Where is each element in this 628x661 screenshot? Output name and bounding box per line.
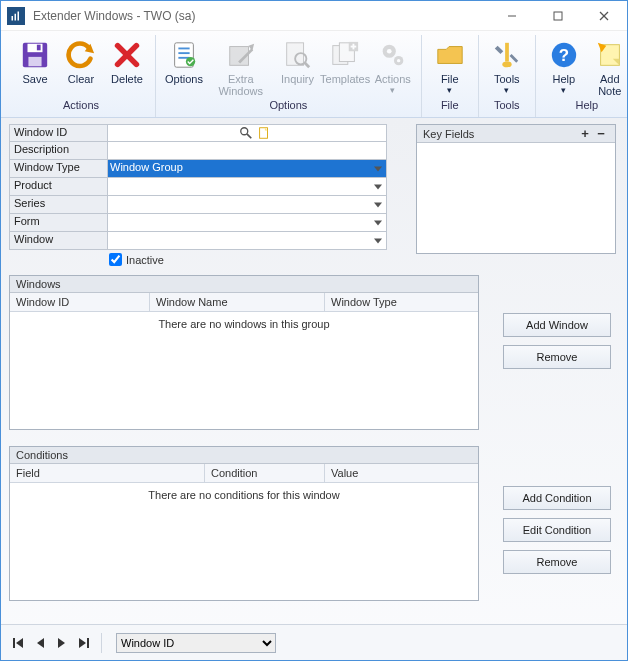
inquiry-label: Inquiry [281,71,314,97]
save-button[interactable]: Save [13,35,57,97]
windows-header: Windows [10,276,478,293]
label-window-id: Window ID [9,124,107,142]
ribbon: Save Clear Delete Actions [1,31,627,118]
tools-icon [491,39,523,71]
options-icon [168,39,200,71]
undo-arrow-icon [65,39,97,71]
actions-label: Actions▾ [375,71,411,97]
svg-rect-10 [37,45,41,51]
svg-marker-48 [58,638,65,648]
label-window-type: Window Type [9,160,107,178]
delete-button[interactable]: Delete [105,35,149,97]
nav-first-button[interactable] [9,634,27,652]
close-button[interactable] [581,1,627,31]
windows-title: Windows [16,278,61,290]
svg-rect-35 [509,54,518,63]
product-combo[interactable] [107,178,387,196]
key-fields-panel: Key Fields + − [416,124,616,254]
add-note-button[interactable]: Add Note [588,35,628,97]
title-bar: Extender Windows - TWO (sa) [1,1,627,31]
svg-rect-33 [505,43,509,62]
windows-col-name[interactable]: Window Name [150,293,325,311]
file-label: File▾ [441,71,459,97]
key-fields-add-icon[interactable]: + [577,127,593,140]
svg-rect-0 [12,16,14,21]
label-description: Description [9,142,107,160]
remove-condition-button[interactable]: Remove [503,550,611,574]
nav-next-button[interactable] [53,634,71,652]
conditions-col-field[interactable]: Field [10,464,205,482]
folder-icon [434,39,466,71]
windows-col-id[interactable]: Window ID [10,293,150,311]
extra-windows-label: Extra Windows [212,71,269,97]
delete-x-icon [111,39,143,71]
label-form: Form [9,214,107,232]
templates-icon [329,39,361,71]
label-product: Product [9,178,107,196]
templates-button[interactable]: Templates [321,35,368,97]
gears-icon [377,39,409,71]
minimize-button[interactable] [489,1,535,31]
description-input[interactable] [108,142,386,159]
ribbon-group-label-actions: Actions [13,97,149,115]
window-type-combo[interactable]: Window Group [107,160,387,178]
edit-condition-button[interactable]: Edit Condition [503,518,611,542]
add-condition-button[interactable]: Add Condition [503,486,611,510]
nav-last-button[interactable] [75,634,93,652]
window-type-value: Window Group [110,161,183,173]
window-combo[interactable] [107,232,387,250]
actions-button[interactable]: Actions▾ [371,35,415,97]
nav-prev-button[interactable] [31,634,49,652]
save-label: Save [22,71,47,97]
add-window-button[interactable]: Add Window [503,313,611,337]
app-window: Extender Windows - TWO (sa) Save C [0,0,628,661]
svg-point-41 [241,128,248,135]
key-fields-remove-icon[interactable]: − [593,127,609,140]
conditions-title: Conditions [16,449,68,461]
svg-marker-49 [79,638,86,648]
maximize-button[interactable] [535,1,581,31]
key-fields-header: Key Fields + − [417,125,615,143]
help-menu-button[interactable]: ? Help▾ [542,35,586,97]
tools-menu-button[interactable]: Tools▾ [485,35,529,97]
remove-window-button[interactable]: Remove [503,345,611,369]
form-combo[interactable] [107,214,387,232]
tools-label: Tools▾ [494,71,520,97]
ribbon-group-tools: Tools▾ Tools [479,35,536,117]
options-button[interactable]: Options [162,35,206,97]
sort-field-combo[interactable]: Window ID [116,633,276,653]
form-grid: Window ID Description Window Type Window… [9,124,387,266]
inquiry-button[interactable]: Inquiry [275,35,319,97]
ribbon-group-label-options: Options [162,97,415,115]
series-combo[interactable] [107,196,387,214]
svg-point-30 [387,49,392,54]
record-navigator: Window ID [1,624,627,660]
label-window: Window [9,232,107,250]
conditions-col-value[interactable]: Value [325,464,478,482]
conditions-col-condition[interactable]: Condition [205,464,325,482]
windows-side-buttons: Add Window Remove [503,313,611,369]
help-icon: ? [548,39,580,71]
ribbon-group-help: ? Help▾ Add Note Help [536,35,628,117]
conditions-empty-msg: There are no conditions for this window [10,483,478,507]
svg-rect-4 [554,12,562,20]
ribbon-group-options: Options Extra Windows Inquiry [156,35,422,117]
app-icon [7,7,25,25]
ribbon-group-file: File▾ File [422,35,479,117]
footer-divider [101,633,102,653]
svg-rect-1 [15,13,17,20]
windows-col-type[interactable]: Window Type [325,293,478,311]
svg-rect-50 [87,638,89,648]
lookup-button[interactable] [238,125,254,141]
add-note-label: Add Note [592,71,628,97]
conditions-panel: Conditions Field Condition Value There a… [9,446,479,601]
body-area: Window ID Description Window Type Window… [1,118,627,660]
clear-button[interactable]: Clear [59,35,103,97]
svg-point-32 [397,59,400,62]
file-menu-button[interactable]: File▾ [428,35,472,97]
windows-columns: Window ID Window Name Window Type [10,293,478,312]
svg-point-34 [502,62,511,68]
inactive-checkbox[interactable] [109,253,122,266]
new-document-button[interactable] [256,125,272,141]
extra-windows-button[interactable]: Extra Windows [208,35,273,97]
